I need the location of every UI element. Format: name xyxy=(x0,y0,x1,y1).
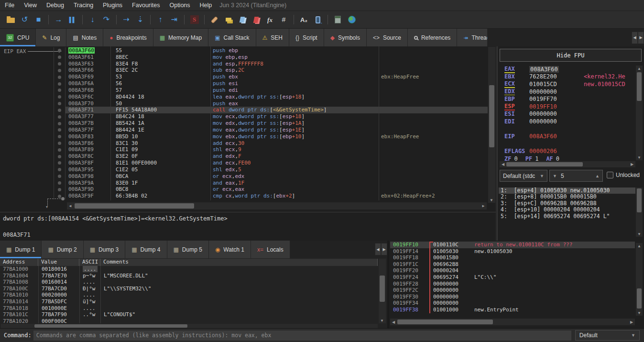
breakpoint-slot[interactable] xyxy=(54,166,65,173)
patches-button[interactable] xyxy=(208,13,221,26)
disasm-row[interactable]: 008A3F8F81E1 00FE0000and ecx,FE00 xyxy=(65,160,488,166)
scroll-up-arrow[interactable]: ▲ xyxy=(636,243,643,249)
tab-scroll-right[interactable]: ▶ xyxy=(638,32,644,44)
register-row[interactable]: EAX008A3F60 xyxy=(498,66,635,73)
breakpoint-slot[interactable] xyxy=(54,61,65,67)
scrollbar-thumb[interactable] xyxy=(637,288,642,309)
register-row[interactable]: EDI00000000 xyxy=(498,118,635,125)
tab-dump-2[interactable]: ▦Dump 2 xyxy=(42,241,83,258)
profile-dropdown[interactable]: Default ▼ xyxy=(575,330,640,341)
breakpoint-dot[interactable] xyxy=(58,181,61,185)
disasm-row[interactable]: 008A3F8683C1 30add ecx,30 xyxy=(65,140,488,147)
breakpoint-slot[interactable] xyxy=(54,140,65,147)
menu-plugins[interactable]: Plugins xyxy=(98,0,127,11)
scroll-down-arrow[interactable]: ▼ xyxy=(636,154,643,160)
hide-fpu-button[interactable]: Hide FPU xyxy=(500,49,642,62)
disasm-row[interactable]: 008A3F6953push ebxebx:HeapFree xyxy=(65,74,488,80)
stack-row[interactable]: 0019FF18000015B0 xyxy=(390,254,635,261)
breakpoint-slot[interactable] xyxy=(54,87,65,94)
open-file-button[interactable] xyxy=(4,13,17,26)
stack-row[interactable]: 0019FF2800000000 xyxy=(390,281,635,287)
breakpoint-dot[interactable] xyxy=(58,148,61,152)
dump-row[interactable]: 77BA100C77BA7CD0Ð|°wL"\\SYSTEM32\\" xyxy=(0,286,378,292)
disasm-row[interactable]: 008A3F980BCAor ecx,edx xyxy=(65,173,488,180)
disasm-row[interactable]: 008A3F95C1E2 05shl edx,5 xyxy=(65,166,488,173)
register-row[interactable]: EDX00000000 xyxy=(498,88,635,96)
argument-row[interactable]: 5: [esp+14] 00695274 00695274 L" xyxy=(499,213,635,220)
dump-row[interactable]: 77BA100800160014.... xyxy=(0,279,378,286)
menu-file[interactable]: File xyxy=(0,0,19,11)
attach-button[interactable] xyxy=(311,13,324,26)
scrollbar-thumb[interactable] xyxy=(637,72,642,101)
menu-favourites[interactable]: Favourites xyxy=(127,0,164,11)
scrollbar-thumb[interactable] xyxy=(397,320,493,324)
tab-log[interactable]: ✎Log xyxy=(36,29,66,46)
breakpoint-dot[interactable] xyxy=(58,62,61,66)
tab-source[interactable]: <>Source xyxy=(367,29,408,46)
tab-dump-1[interactable]: ▦Dump 1 xyxy=(0,241,42,258)
breakpoint-slot[interactable] xyxy=(54,120,65,127)
breakpoint-slot[interactable] xyxy=(54,47,65,54)
disasm-row[interactable]: 008A3F618BECmov ebp,esp xyxy=(65,54,488,61)
scrollbar-thumb[interactable] xyxy=(75,203,194,209)
breakpoint-slot[interactable] xyxy=(54,94,65,100)
argument-row[interactable]: 4: [esp+10] 00000204 00000204 xyxy=(499,207,635,213)
stack-row[interactable]: 0019FF1401005030new.01005030 xyxy=(390,248,635,255)
stack-row[interactable]: 0019FF2000000204 xyxy=(390,267,635,274)
breakpoint-slot[interactable] xyxy=(54,146,65,153)
run-button[interactable]: → xyxy=(52,13,65,26)
dump-row[interactable]: 77BA101477BA5DFCü]°w xyxy=(0,298,378,305)
argument-row[interactable]: 1: [esp+4] 01005030 new.01005030 xyxy=(499,188,635,194)
disasm-row[interactable]: 008A3F6383E4 F8and esp,FFFFFFF8 xyxy=(65,61,488,67)
scroll-left-arrow[interactable]: ◀ xyxy=(390,319,397,325)
step-into-button[interactable]: ↓ xyxy=(86,13,99,26)
stack-vertical-scrollbar[interactable]: ▲ ▼ xyxy=(636,243,643,316)
tab-locals[interactable]: x=Locals xyxy=(251,241,290,258)
breakpoint-dot[interactable] xyxy=(58,142,61,145)
disasm-row[interactable]: 008A3F7F8B4424 1Emov eax,dword ptr ss:[e… xyxy=(65,127,488,133)
argument-row[interactable]: 3: [esp+C] 006962B8 006962B8 xyxy=(499,200,635,207)
step-over-button[interactable]: ↷ xyxy=(100,13,113,26)
tab-scroll-left[interactable]: ◀ xyxy=(632,32,638,44)
tab-dump-4[interactable]: ▦Dump 4 xyxy=(125,241,167,258)
disasm-row[interactable]: 008A3F6683EC 2Csub esp,2C xyxy=(65,67,488,74)
breakpoint-slot[interactable] xyxy=(54,133,65,140)
calculator-hash-button[interactable]: # xyxy=(277,13,290,26)
breakpoint-slot[interactable] xyxy=(54,180,65,187)
spinner-down-icon[interactable]: ▼ xyxy=(553,174,557,178)
breakpoint-slot[interactable] xyxy=(54,173,65,180)
tab-memory-map[interactable]: ▦Memory Map xyxy=(153,29,208,46)
stop-button[interactable]: ■ xyxy=(32,13,45,26)
menu-debug[interactable]: Debug xyxy=(42,0,69,11)
dump-row[interactable]: 77BA101C77BA7F90..°wL"CONOUT$" xyxy=(0,311,378,318)
scroll-right-arrow[interactable]: ▶ xyxy=(480,203,487,209)
bookmarks-button[interactable] xyxy=(250,13,262,26)
menu-tracing[interactable]: Tracing xyxy=(69,0,98,11)
tab-watch-1[interactable]: ◉Watch 1 xyxy=(209,241,251,258)
execute-till-return-button[interactable]: ⇢ xyxy=(120,13,133,26)
breakpoint-dot[interactable] xyxy=(58,69,61,72)
disasm-row[interactable]: 008A3F6C8D4424 18lea eax,dword ptr ss:[e… xyxy=(65,94,488,100)
register-row[interactable]: EIP008A3F60 xyxy=(498,132,635,140)
tab-script[interactable]: {}Script xyxy=(289,29,324,46)
calling-convention-dropdown[interactable]: Default (stdc ▼ xyxy=(500,170,547,182)
run-to-user-code-button[interactable]: ⇥ xyxy=(168,13,181,26)
menu-options[interactable]: Options xyxy=(164,0,195,11)
breakpoint-slot[interactable] xyxy=(54,127,65,133)
scroll-down-arrow[interactable]: ▼ xyxy=(636,310,643,316)
disasm-row[interactable]: 008A3F778B4C24 18mov ecx,dword ptr ss:[e… xyxy=(65,113,488,120)
breakpoint-dot[interactable] xyxy=(58,195,61,198)
disasm-row[interactable]: 008A3F9D0BC8or ecx,eax xyxy=(65,186,488,193)
dump-horizontal-scrollbar[interactable] xyxy=(1,324,378,328)
stack-row[interactable]: 0019FF3400000000 xyxy=(390,300,635,307)
scroll-right-arrow[interactable]: ▶ xyxy=(628,319,635,325)
comments-button[interactable] xyxy=(222,13,235,26)
disasm-row[interactable]: 008A3F7050push eax xyxy=(65,100,488,107)
pause-button[interactable]: ▌▌ xyxy=(66,13,79,26)
breakpoint-slot[interactable] xyxy=(54,100,65,107)
breakpoint-dot[interactable] xyxy=(58,161,61,165)
scrollbar-thumb[interactable] xyxy=(637,188,642,212)
scrollbar-thumb[interactable] xyxy=(489,85,494,147)
breakpoint-dot[interactable] xyxy=(58,49,61,52)
scroll-down-arrow[interactable]: ▼ xyxy=(488,197,495,203)
